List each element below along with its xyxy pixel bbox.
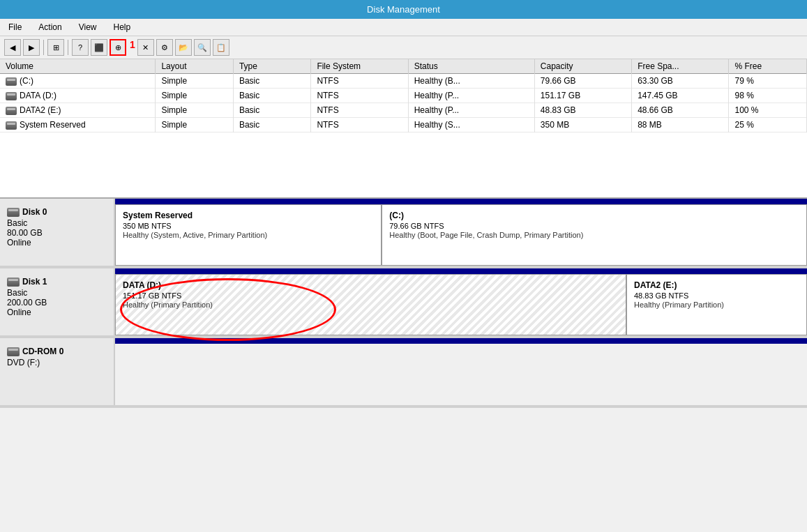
disk-title-cdrom0: CD-ROM 0 xyxy=(7,347,107,356)
main-content: Volume Layout Type File System Status Ca… xyxy=(0,59,807,531)
partition-name-d-drive: DATA (D:) xyxy=(123,280,619,290)
cell-pctfree: 100 % xyxy=(729,103,807,118)
partition-name-c-drive: (C:) xyxy=(389,211,799,220)
cell-free: 88 MB xyxy=(632,118,729,132)
cell-layout: Simple xyxy=(156,89,233,103)
volume-icon xyxy=(6,107,17,115)
col-layout[interactable]: Layout xyxy=(156,59,233,74)
delete-button[interactable]: ✕ xyxy=(137,39,154,56)
cell-capacity: 350 MB xyxy=(534,118,631,132)
show-hide-button[interactable]: ⊞ xyxy=(47,39,64,56)
cell-volume: DATA2 (E:) xyxy=(0,103,156,118)
disk-header-bar-cdrom0 xyxy=(115,338,807,344)
table-row: DATA (D:) Simple Basic NTFS Healthy (P..… xyxy=(0,89,807,103)
toolbar-sep-1 xyxy=(43,40,44,55)
disk-parts-row-disk0: System Reserved 350 MB NTFS Healthy (Sys… xyxy=(115,204,807,266)
partition-status-sysreserved: Healthy (System, Active, Primary Partiti… xyxy=(123,231,374,239)
cell-capacity: 151.17 GB xyxy=(534,89,631,103)
cell-status: Healthy (P... xyxy=(408,89,534,103)
col-filesystem[interactable]: File System xyxy=(311,59,408,74)
annotation-1: 1 xyxy=(130,39,135,50)
disk-parts-row-disk1: DATA (D:) 151.17 GB NTFS Healthy (Primar… xyxy=(115,274,807,335)
menu-action[interactable]: Action xyxy=(36,21,64,33)
volume-icon xyxy=(6,121,17,130)
disk-name-disk0: Disk 0 xyxy=(22,207,47,217)
console-button[interactable]: ⬛ xyxy=(91,39,107,56)
col-volume[interactable]: Volume xyxy=(0,59,156,74)
disk-size-disk1: 200.00 GB xyxy=(7,298,107,307)
cell-pctfree: 98 % xyxy=(729,89,807,103)
disk-icon-cdrom0 xyxy=(7,347,20,356)
cell-status: Healthy (P... xyxy=(408,103,534,118)
cell-filesystem: NTFS xyxy=(311,74,408,89)
menu-bar: File Action View Help xyxy=(0,19,807,36)
cell-filesystem: NTFS xyxy=(311,118,408,132)
forward-button[interactable]: ▶ xyxy=(23,39,40,56)
search-button[interactable]: 🔍 xyxy=(194,39,211,56)
col-freespace[interactable]: Free Spa... xyxy=(632,59,729,74)
cell-free: 48.66 GB xyxy=(632,103,729,118)
partition-name-e-drive: DATA2 (E:) xyxy=(634,280,799,290)
open-button[interactable]: 📂 xyxy=(175,39,192,56)
partition-c-drive[interactable]: (C:) 79.66 GB NTFS Healthy (Boot, Page F… xyxy=(382,204,807,266)
menu-view[interactable]: View xyxy=(76,21,100,33)
disk-parts-row-cdrom0 xyxy=(115,344,807,405)
cell-type: Basic xyxy=(233,118,310,132)
col-capacity[interactable]: Capacity xyxy=(534,59,631,74)
col-status[interactable]: Status xyxy=(408,59,534,74)
partition-status-e-drive: Healthy (Primary Partition) xyxy=(634,301,799,309)
cell-status: Healthy (S... xyxy=(408,118,534,132)
settings-button[interactable]: ⚙ xyxy=(156,39,173,56)
disk-type-disk1: Basic xyxy=(7,288,107,298)
toolbar: ◀ ▶ ⊞ ? ⬛ ⊕ 1 ✕ ⚙ 📂 🔍 📋 xyxy=(0,36,807,59)
cell-free: 147.45 GB xyxy=(632,89,729,103)
cell-free: 63.30 GB xyxy=(632,74,729,89)
cell-volume: (C:) xyxy=(0,74,156,89)
cell-volume: System Reserved xyxy=(0,118,156,132)
add-button[interactable]: ⊕ xyxy=(110,39,126,56)
cell-capacity: 48.83 GB xyxy=(534,103,631,118)
export-button[interactable]: 📋 xyxy=(213,39,229,56)
title-bar: Disk Management xyxy=(0,0,807,19)
volume-icon xyxy=(6,92,17,100)
partition-e-drive[interactable]: DATA2 (E:) 48.83 GB NTFS Healthy (Primar… xyxy=(626,274,807,335)
back-button[interactable]: ◀ xyxy=(4,39,21,56)
table-row: System Reserved Simple Basic NTFS Health… xyxy=(0,118,807,132)
cell-layout: Simple xyxy=(156,103,233,118)
disk-type-disk0: Basic xyxy=(7,218,107,228)
partition-size-d-drive: 151.17 GB NTFS xyxy=(123,291,619,300)
cell-volume: DATA (D:) xyxy=(0,89,156,103)
cell-type: Basic xyxy=(233,103,310,118)
volume-table-section: Volume Layout Type File System Status Ca… xyxy=(0,59,807,199)
menu-file[interactable]: File xyxy=(6,21,24,33)
partition-status-c-drive: Healthy (Boot, Page File, Crash Dump, Pr… xyxy=(389,231,799,239)
table-header-row: Volume Layout Type File System Status Ca… xyxy=(0,59,807,74)
menu-help[interactable]: Help xyxy=(111,21,134,33)
help-button[interactable]: ? xyxy=(72,39,89,56)
partition-sysreserved[interactable]: System Reserved 350 MB NTFS Healthy (Sys… xyxy=(115,204,382,266)
cell-status: Healthy (B... xyxy=(408,74,534,89)
disk-name-disk1: Disk 1 xyxy=(22,277,47,287)
disk-label-disk1: Disk 1 Basic 200.00 GB Online xyxy=(0,268,115,335)
disk-row-disk0: Disk 0 Basic 80.00 GB Online System Rese… xyxy=(0,199,807,268)
disk-row-cdrom0: CD-ROM 0 DVD (F:) xyxy=(0,338,807,408)
disk-status-disk0: Online xyxy=(7,238,107,248)
cell-capacity: 79.66 GB xyxy=(534,74,631,89)
disk-size-disk0: 80.00 GB xyxy=(7,228,107,238)
cell-filesystem: NTFS xyxy=(311,103,408,118)
disk-partitions-disk0: System Reserved 350 MB NTFS Healthy (Sys… xyxy=(115,199,807,266)
partition-size-c-drive: 79.66 GB NTFS xyxy=(389,222,799,230)
cell-filesystem: NTFS xyxy=(311,89,408,103)
cell-type: Basic xyxy=(233,74,310,89)
partition-size-e-drive: 48.83 GB NTFS xyxy=(634,291,799,300)
partition-d-drive[interactable]: DATA (D:) 151.17 GB NTFS Healthy (Primar… xyxy=(115,274,626,335)
disk-partitions-cdrom0 xyxy=(115,338,807,405)
disk-status-disk1: Online xyxy=(7,307,107,317)
disk-partitions-disk1: DATA (D:) 151.17 GB NTFS Healthy (Primar… xyxy=(115,268,807,335)
volume-icon xyxy=(6,77,17,86)
volume-table: Volume Layout Type File System Status Ca… xyxy=(0,59,807,132)
window-title: Disk Management xyxy=(367,4,440,15)
disk-title-disk0: Disk 0 xyxy=(7,207,107,217)
col-type[interactable]: Type xyxy=(233,59,310,74)
col-pctfree[interactable]: % Free xyxy=(729,59,807,74)
